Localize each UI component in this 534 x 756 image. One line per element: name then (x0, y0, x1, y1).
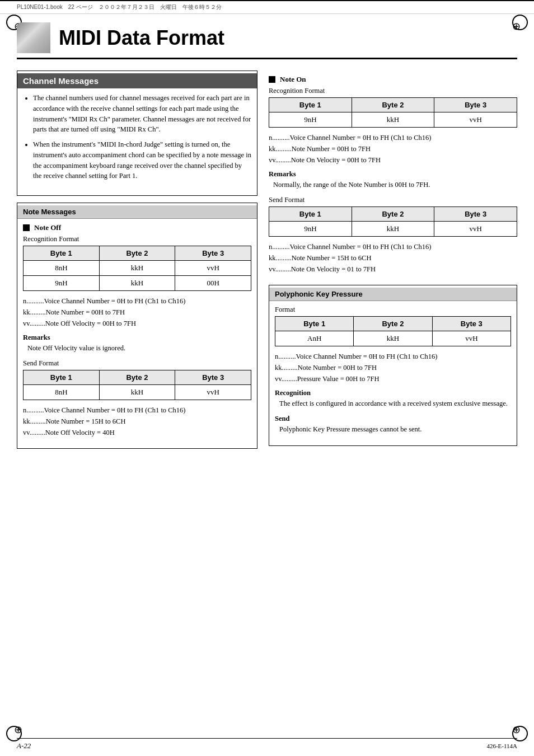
remarks-text: Normally, the range of the Note Number i… (269, 180, 517, 190)
note-on-send-label: Send Format (269, 196, 517, 204)
note-off-remarks: Remarks Note Off Velocity value is ignor… (23, 334, 251, 354)
page-footer: A-22 426-E-114A (17, 738, 517, 750)
send-info-3: vv.........Note On Velocity = 01 to 7FH (269, 264, 517, 275)
note-off-send-info: n..........Voice Channel Number = 0H to … (23, 405, 251, 438)
cell: vvH (175, 261, 251, 276)
note-off-send-table: Byte 1 Byte 2 Byte 3 8nH kkH vvH (23, 370, 251, 400)
send-table-header-b3: Byte 3 (175, 370, 251, 384)
send-info-2: kk.........Note Number = 15H to 6CH (23, 416, 251, 427)
note-off-send-label: Send Format (23, 359, 251, 368)
remarks-title: Remarks (23, 334, 251, 342)
table-row: 9nH kkH 00H (24, 276, 251, 291)
rec-table-header-b3: Byte 3 (434, 98, 517, 112)
channel-messages-bullets: The channel numbers used for channel mes… (23, 93, 251, 181)
send-table-header-b3: Byte 3 (434, 206, 517, 221)
cell: 00H (175, 276, 251, 291)
table-row: AnH kkH vvH (275, 331, 511, 346)
title-icon (17, 22, 50, 53)
note-on-remarks: Remarks Normally, the range of the Note … (269, 170, 517, 190)
poly-recognition: Recognition The effect is configured in … (275, 389, 511, 409)
poly-send-text: Polyphonic Key Pressure messages cannot … (275, 424, 511, 435)
info-line-2: kk.........Note Number = 00H to 7FH (23, 307, 251, 318)
footer-page-num: A-22 (17, 741, 31, 750)
rec-table-header-b2: Byte 2 (99, 246, 175, 261)
note-messages-header: Note Messages (17, 205, 257, 219)
right-column: Note On Recognition Format Byte 1 Byte 2… (269, 71, 517, 456)
info-line-1: n..........Voice Channel Number = 0H to … (269, 132, 517, 143)
info-line-1: n..........Voice Channel Number = 0H to … (23, 295, 251, 307)
rec-table-header-b2: Byte 2 (352, 98, 434, 112)
info-line-3: vv.........Note Off Velocity = 00H to 7F… (23, 318, 251, 329)
note-messages-content: Note Off Recognition Format Byte 1 Byte … (17, 223, 257, 438)
rec-table-header-b3: Byte 3 (175, 246, 251, 261)
channel-messages-section: Channel Messages The channel numbers use… (17, 71, 257, 196)
cell: AnH (275, 331, 354, 346)
cell: 9nH (24, 276, 100, 291)
table-row: 8nH kkH vvH (24, 384, 251, 400)
table-row: 9nH kkH vvH (269, 112, 517, 128)
remarks-title: Remarks (269, 170, 517, 179)
page-container: ⊕ ⊕ ⊕ ⊕ PL10NE01-1.book 22 ページ ２００２年７月２３… (0, 0, 534, 756)
note-on-send-table: Byte 1 Byte 2 Byte 3 9nH kkH vvH (269, 206, 517, 237)
info-line-3: vv.........Note On Velocity = 00H to 7FH (269, 154, 517, 166)
cell: kkH (352, 112, 434, 128)
rec-table-header-b1: Byte 1 (24, 246, 100, 261)
table-row: 9nH kkH vvH (269, 221, 517, 236)
poly-info-3: vv.........Pressure Value = 00H to 7FH (275, 373, 511, 384)
note-off-recognition-label: Recognition Format (23, 235, 251, 243)
poly-info-2: kk.........Note Number = 00H to 7FH (275, 362, 511, 373)
send-info-3: vv.........Note Off Velocity = 40H (23, 427, 251, 438)
note-off-title: Note Off (23, 223, 251, 232)
note-on-icon (269, 76, 275, 83)
note-off-icon (23, 224, 30, 231)
note-off-info: n..........Voice Channel Number = 0H to … (23, 295, 251, 329)
send-table-header-b1: Byte 1 (269, 206, 352, 221)
send-info-1: n..........Voice Channel Number = 0H to … (269, 241, 517, 252)
info-line-2: kk.........Note Number = 00H to 7FH (269, 143, 517, 154)
polyphonic-key-content: Format Byte 1 Byte 2 Byte 3 (269, 306, 517, 435)
note-on-info: n..........Voice Channel Number = 0H to … (269, 132, 517, 166)
title-section: MIDI Data Format (17, 22, 517, 59)
cell: kkH (99, 261, 175, 276)
poly-send-title: Send (275, 415, 511, 423)
polyphonic-key-header: Polyphonic Key Pressure (269, 288, 517, 301)
footer-doc-num: 426-E-114A (486, 743, 517, 749)
cell: 9nH (269, 221, 352, 236)
send-info-2: kk.........Note Number = 15H to 6CH (269, 252, 517, 264)
remarks-text: Note Off Velocity value is ignored. (23, 343, 251, 354)
bullet-item-2: When the instrument's "MIDI In-chord Jud… (33, 139, 251, 181)
note-messages-section: Note Messages Note Off Recognition Forma… (17, 203, 257, 449)
send-table-header-b1: Byte 1 (24, 370, 100, 384)
cell: 9nH (269, 112, 352, 128)
channel-messages-header: Channel Messages (17, 73, 257, 88)
header-text: PL10NE01-1.book 22 ページ ２００２年７月２３日 火曜日 午後… (17, 3, 222, 11)
cell: vvH (434, 221, 517, 236)
cell: 8nH (24, 261, 100, 276)
crosshair-tr: ⊕ (509, 20, 523, 33)
two-column-layout: Channel Messages The channel numbers use… (17, 71, 517, 456)
cell: vvH (175, 384, 251, 400)
poly-table-header-b2: Byte 2 (354, 316, 432, 331)
channel-messages-content: The channel numbers used for channel mes… (17, 93, 257, 181)
cell: vvH (434, 112, 517, 128)
note-on-recognition-label: Recognition Format (269, 87, 517, 95)
poly-table: Byte 1 Byte 2 Byte 3 AnH kkH vvH (275, 316, 511, 346)
poly-format-label: Format (275, 306, 511, 314)
poly-table-header-b1: Byte 1 (275, 316, 354, 331)
crosshair-br: ⊕ (509, 723, 523, 736)
poly-info-1: n..........Voice Channel Number = 0H to … (275, 351, 511, 362)
polyphonic-key-pressure-section: Polyphonic Key Pressure Format Byte 1 By… (269, 285, 517, 447)
cell: kkH (352, 221, 434, 236)
page-title: MIDI Data Format (59, 26, 224, 50)
send-table-header-b2: Byte 2 (352, 206, 434, 221)
main-content: MIDI Data Format Channel Messages The ch… (0, 17, 534, 472)
poly-send: Send Polyphonic Key Pressure messages ca… (275, 415, 511, 435)
cell: kkH (354, 331, 432, 346)
poly-info: n..........Voice Channel Number = 0H to … (275, 351, 511, 384)
table-row: 8nH kkH vvH (24, 261, 251, 276)
send-info-1: n..........Voice Channel Number = 0H to … (23, 405, 251, 416)
top-header: PL10NE01-1.book 22 ページ ２００２年７月２３日 火曜日 午後… (0, 0, 534, 14)
cell: 8nH (24, 384, 100, 400)
cell: kkH (99, 384, 175, 400)
note-on-recognition-table: Byte 1 Byte 2 Byte 3 9nH kkH vvH (269, 97, 517, 128)
